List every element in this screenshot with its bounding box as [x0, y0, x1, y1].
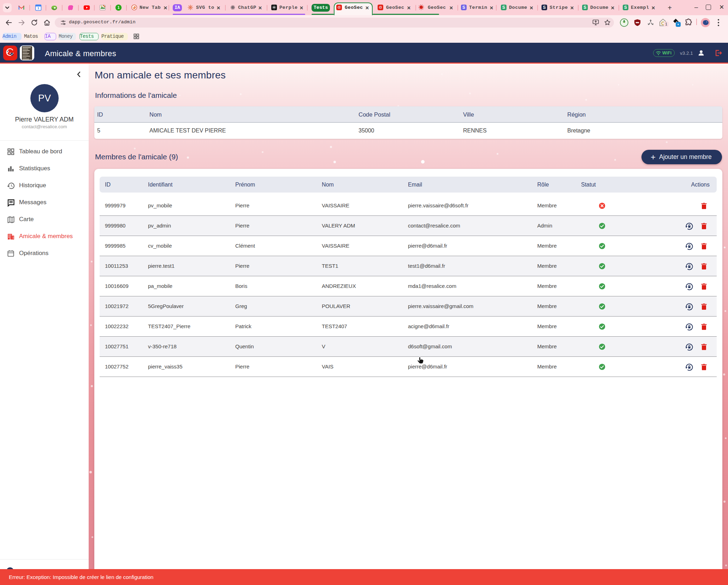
svg-text:1: 1: [37, 6, 40, 10]
svg-text:1: 1: [118, 6, 120, 10]
